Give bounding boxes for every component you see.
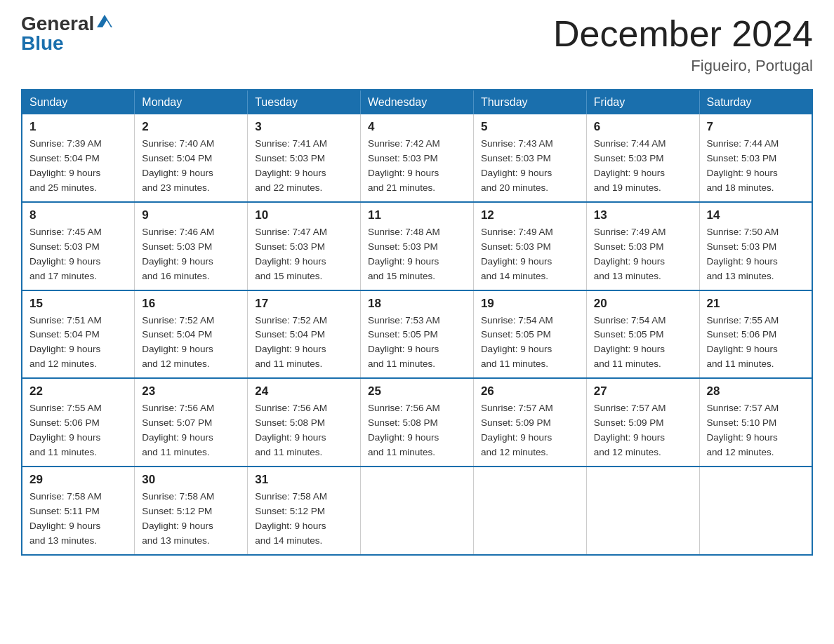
- calendar-table: SundayMondayTuesdayWednesdayThursdayFrid…: [21, 89, 813, 555]
- calendar-cell: [473, 467, 586, 555]
- logo-blue-text: Blue: [21, 32, 64, 54]
- calendar-cell: [586, 467, 699, 555]
- calendar-cell: 17 Sunrise: 7:52 AM Sunset: 5:04 PM Dayl…: [248, 290, 361, 379]
- calendar-cell: 25 Sunrise: 7:56 AM Sunset: 5:08 PM Dayl…: [361, 378, 474, 467]
- weekday-header-sunday: Sunday: [22, 90, 135, 114]
- day-info: Sunrise: 7:54 AM Sunset: 5:05 PM Dayligh…: [594, 314, 692, 373]
- location-text: Figueiro, Portugal: [553, 57, 813, 75]
- weekday-header-tuesday: Tuesday: [248, 90, 361, 114]
- day-number: 28: [707, 384, 805, 398]
- day-number: 13: [594, 208, 692, 222]
- day-info: Sunrise: 7:42 AM Sunset: 5:03 PM Dayligh…: [368, 137, 466, 196]
- calendar-cell: 13 Sunrise: 7:49 AM Sunset: 5:03 PM Dayl…: [586, 202, 699, 290]
- calendar-cell: 20 Sunrise: 7:54 AM Sunset: 5:05 PM Dayl…: [586, 290, 699, 379]
- calendar-cell: 14 Sunrise: 7:50 AM Sunset: 5:03 PM Dayl…: [699, 202, 812, 290]
- day-info: Sunrise: 7:55 AM Sunset: 5:06 PM Dayligh…: [29, 401, 127, 460]
- day-info: Sunrise: 7:58 AM Sunset: 5:12 PM Dayligh…: [255, 490, 353, 549]
- day-info: Sunrise: 7:49 AM Sunset: 5:03 PM Dayligh…: [594, 225, 692, 284]
- calendar-cell: 5 Sunrise: 7:43 AM Sunset: 5:03 PM Dayli…: [473, 114, 586, 202]
- calendar-cell: 16 Sunrise: 7:52 AM Sunset: 5:04 PM Dayl…: [135, 290, 248, 379]
- day-info: Sunrise: 7:58 AM Sunset: 5:12 PM Dayligh…: [142, 490, 240, 549]
- day-info: Sunrise: 7:40 AM Sunset: 5:04 PM Dayligh…: [142, 137, 240, 196]
- calendar-cell: 8 Sunrise: 7:45 AM Sunset: 5:03 PM Dayli…: [22, 202, 135, 290]
- day-number: 11: [368, 208, 466, 222]
- day-info: Sunrise: 7:53 AM Sunset: 5:05 PM Dayligh…: [368, 314, 466, 373]
- day-number: 18: [368, 297, 466, 311]
- calendar-cell: 9 Sunrise: 7:46 AM Sunset: 5:03 PM Dayli…: [135, 202, 248, 290]
- day-number: 2: [142, 120, 240, 134]
- day-number: 27: [594, 384, 692, 398]
- calendar-cell: 18 Sunrise: 7:53 AM Sunset: 5:05 PM Dayl…: [361, 290, 474, 379]
- day-info: Sunrise: 7:57 AM Sunset: 5:09 PM Dayligh…: [481, 401, 579, 460]
- calendar-cell: 1 Sunrise: 7:39 AM Sunset: 5:04 PM Dayli…: [22, 114, 135, 202]
- weekday-header-monday: Monday: [135, 90, 248, 114]
- weekday-header-friday: Friday: [586, 90, 699, 114]
- calendar-cell: 27 Sunrise: 7:57 AM Sunset: 5:09 PM Dayl…: [586, 378, 699, 467]
- day-number: 23: [142, 384, 240, 398]
- day-info: Sunrise: 7:57 AM Sunset: 5:09 PM Dayligh…: [594, 401, 692, 460]
- day-number: 25: [368, 384, 466, 398]
- calendar-cell: 31 Sunrise: 7:58 AM Sunset: 5:12 PM Dayl…: [248, 467, 361, 555]
- day-info: Sunrise: 7:58 AM Sunset: 5:11 PM Dayligh…: [29, 490, 127, 549]
- calendar-cell: 26 Sunrise: 7:57 AM Sunset: 5:09 PM Dayl…: [473, 378, 586, 467]
- day-number: 9: [142, 208, 240, 222]
- day-number: 15: [29, 297, 127, 311]
- day-number: 8: [29, 208, 127, 222]
- day-info: Sunrise: 7:45 AM Sunset: 5:03 PM Dayligh…: [29, 225, 127, 284]
- day-number: 20: [594, 297, 692, 311]
- day-number: 12: [481, 208, 579, 222]
- month-title: December 2024: [553, 14, 813, 54]
- calendar-cell: 23 Sunrise: 7:56 AM Sunset: 5:07 PM Dayl…: [135, 378, 248, 467]
- calendar-cell: 15 Sunrise: 7:51 AM Sunset: 5:04 PM Dayl…: [22, 290, 135, 379]
- day-info: Sunrise: 7:46 AM Sunset: 5:03 PM Dayligh…: [142, 225, 240, 284]
- calendar-cell: 24 Sunrise: 7:56 AM Sunset: 5:08 PM Dayl…: [248, 378, 361, 467]
- day-number: 16: [142, 297, 240, 311]
- day-number: 10: [255, 208, 353, 222]
- weekday-header-thursday: Thursday: [473, 90, 586, 114]
- day-info: Sunrise: 7:47 AM Sunset: 5:03 PM Dayligh…: [255, 225, 353, 284]
- logo-general-text: General: [21, 14, 94, 34]
- calendar-cell: 3 Sunrise: 7:41 AM Sunset: 5:03 PM Dayli…: [248, 114, 361, 202]
- calendar-cell: 30 Sunrise: 7:58 AM Sunset: 5:12 PM Dayl…: [135, 467, 248, 555]
- calendar-cell: 21 Sunrise: 7:55 AM Sunset: 5:06 PM Dayl…: [699, 290, 812, 379]
- day-number: 26: [481, 384, 579, 398]
- calendar-cell: 6 Sunrise: 7:44 AM Sunset: 5:03 PM Dayli…: [586, 114, 699, 202]
- day-number: 14: [707, 208, 805, 222]
- day-info: Sunrise: 7:51 AM Sunset: 5:04 PM Dayligh…: [29, 314, 127, 373]
- day-info: Sunrise: 7:43 AM Sunset: 5:03 PM Dayligh…: [481, 137, 579, 196]
- day-info: Sunrise: 7:52 AM Sunset: 5:04 PM Dayligh…: [142, 314, 240, 373]
- day-info: Sunrise: 7:56 AM Sunset: 5:08 PM Dayligh…: [255, 401, 353, 460]
- day-number: 4: [368, 120, 466, 134]
- day-info: Sunrise: 7:56 AM Sunset: 5:07 PM Dayligh…: [142, 401, 240, 460]
- calendar-week-3: 15 Sunrise: 7:51 AM Sunset: 5:04 PM Dayl…: [22, 290, 812, 379]
- logo: General Blue: [21, 14, 112, 53]
- day-info: Sunrise: 7:41 AM Sunset: 5:03 PM Dayligh…: [255, 137, 353, 196]
- day-info: Sunrise: 7:50 AM Sunset: 5:03 PM Dayligh…: [707, 225, 805, 284]
- calendar-cell: [699, 467, 812, 555]
- day-info: Sunrise: 7:44 AM Sunset: 5:03 PM Dayligh…: [594, 137, 692, 196]
- day-info: Sunrise: 7:52 AM Sunset: 5:04 PM Dayligh…: [255, 314, 353, 373]
- day-number: 7: [707, 120, 805, 134]
- calendar-cell: 7 Sunrise: 7:44 AM Sunset: 5:03 PM Dayli…: [699, 114, 812, 202]
- day-number: 1: [29, 120, 127, 134]
- calendar-cell: [361, 467, 474, 555]
- day-info: Sunrise: 7:49 AM Sunset: 5:03 PM Dayligh…: [481, 225, 579, 284]
- day-number: 30: [142, 473, 240, 487]
- calendar-cell: 12 Sunrise: 7:49 AM Sunset: 5:03 PM Dayl…: [473, 202, 586, 290]
- day-number: 19: [481, 297, 579, 311]
- day-number: 17: [255, 297, 353, 311]
- logo-triangle-icon: [97, 15, 112, 27]
- calendar-week-5: 29 Sunrise: 7:58 AM Sunset: 5:11 PM Dayl…: [22, 467, 812, 555]
- weekday-header-wednesday: Wednesday: [361, 90, 474, 114]
- day-info: Sunrise: 7:39 AM Sunset: 5:04 PM Dayligh…: [29, 137, 127, 196]
- calendar-week-2: 8 Sunrise: 7:45 AM Sunset: 5:03 PM Dayli…: [22, 202, 812, 290]
- calendar-cell: 19 Sunrise: 7:54 AM Sunset: 5:05 PM Dayl…: [473, 290, 586, 379]
- calendar-cell: 2 Sunrise: 7:40 AM Sunset: 5:04 PM Dayli…: [135, 114, 248, 202]
- day-info: Sunrise: 7:44 AM Sunset: 5:03 PM Dayligh…: [707, 137, 805, 196]
- day-number: 3: [255, 120, 353, 134]
- calendar-cell: 11 Sunrise: 7:48 AM Sunset: 5:03 PM Dayl…: [361, 202, 474, 290]
- day-info: Sunrise: 7:56 AM Sunset: 5:08 PM Dayligh…: [368, 401, 466, 460]
- day-number: 29: [29, 473, 127, 487]
- title-section: December 2024 Figueiro, Portugal: [553, 14, 813, 75]
- day-info: Sunrise: 7:48 AM Sunset: 5:03 PM Dayligh…: [368, 225, 466, 284]
